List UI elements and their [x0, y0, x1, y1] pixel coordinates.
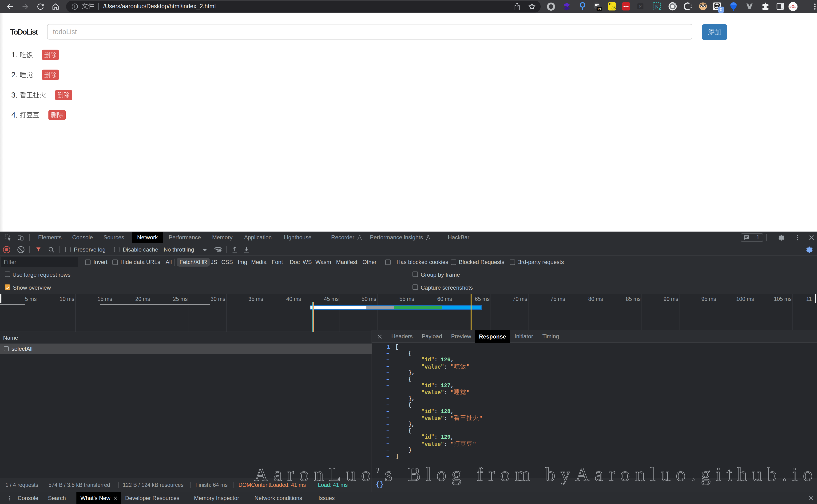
svg-text:N: N [639, 5, 642, 8]
svg-text:JS: JS [612, 6, 616, 10]
svg-text:N: N [655, 4, 659, 9]
svg-text:19: 19 [597, 7, 601, 11]
